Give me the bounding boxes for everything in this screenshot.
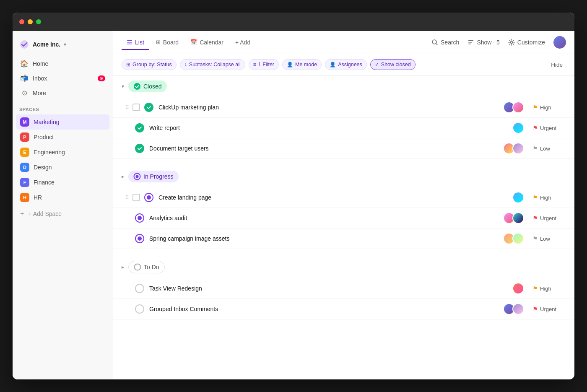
task-status-todo — [135, 304, 144, 314]
more-icon: ⊙ — [20, 89, 29, 97]
search-button[interactable]: Search — [431, 39, 459, 46]
task-row[interactable]: Write report ⚑ Urgent — [113, 118, 574, 138]
sidebar-item-hr[interactable]: H HR — [16, 190, 109, 205]
toolbar-chip-me-mode[interactable]: 👤Me mode — [282, 59, 322, 70]
toolbar-chip-filter[interactable]: ≡1 Filter — [249, 59, 279, 70]
task-row[interactable]: Task View Redesign ⚑ High — [113, 278, 574, 299]
task-priority: ⚑ High — [532, 285, 566, 292]
tab-calendar[interactable]: 📅 Calendar — [185, 36, 229, 50]
tab-label-list: List — [135, 39, 144, 46]
sidebar-item-inbox[interactable]: 📬 Inbox 9 — [16, 71, 109, 86]
priority-label: Urgent — [540, 306, 556, 312]
inprogress-status-icon — [133, 173, 141, 180]
toolbar-chip-subtasks[interactable]: ↕Subtasks: Collapse all — [180, 59, 245, 70]
avatar — [512, 283, 524, 294]
task-avatars — [503, 233, 524, 244]
show-button[interactable]: Show · 5 — [468, 39, 499, 46]
task-row[interactable]: Spring campaign image assets ⚑ Low — [113, 228, 574, 249]
customize-button[interactable]: Customize — [508, 39, 545, 46]
priority-flag: ⚑ — [532, 145, 538, 152]
hide-button[interactable]: Hide — [548, 60, 566, 70]
tab-board[interactable]: ⊞ Board — [151, 36, 184, 50]
sidebar-home-label: Home — [33, 60, 48, 67]
traffic-light-red[interactable] — [19, 19, 24, 24]
task-checkbox[interactable] — [132, 104, 140, 111]
calendar-tab-icon: 📅 — [190, 39, 197, 45]
task-avatars — [512, 122, 524, 134]
app-logo — [19, 39, 29, 49]
space-dot-engineering: E — [20, 148, 29, 157]
avatar — [512, 233, 524, 244]
task-status-closed — [144, 103, 153, 112]
task-priority: ⚑ Low — [532, 235, 566, 242]
toolbar-chip-group-by[interactable]: ⊞Group by: Status — [122, 59, 177, 70]
task-check-icon[interactable] — [135, 234, 144, 243]
traffic-light-yellow[interactable] — [28, 19, 33, 24]
add-space-button[interactable]: + + Add Space — [13, 207, 113, 221]
sidebar-item-finance[interactable]: F Finance — [16, 175, 109, 190]
group-toggle-todo: ▸ — [122, 264, 124, 270]
task-check-icon[interactable] — [135, 123, 144, 132]
sidebar-item-more[interactable]: ⊙ More — [16, 86, 109, 100]
task-check-icon[interactable] — [144, 193, 153, 202]
task-status-closed — [135, 144, 144, 153]
workspace-header[interactable]: Acme Inc. ▾ — [13, 36, 113, 56]
task-check-icon[interactable] — [135, 213, 144, 223]
tab-list[interactable]: List — [122, 36, 149, 50]
task-check-icon[interactable] — [135, 304, 144, 314]
task-name: Create landing page — [158, 194, 512, 201]
priority-label: Low — [540, 145, 550, 152]
tabs-container: List ⊞ Board 📅 Calendar + Add — [122, 36, 255, 49]
task-avatars — [503, 101, 524, 113]
toolbar-chip-show-closed[interactable]: ✓Show closed — [370, 59, 416, 70]
priority-flag: ⚑ — [532, 194, 538, 201]
toolbar: ⊞Group by: Status↕Subtasks: Collapse all… — [113, 54, 574, 75]
task-checkbox[interactable] — [132, 194, 140, 201]
task-row[interactable]: Grouped Inbox Comments ⚑ Urgent — [113, 299, 574, 319]
group-header-closed[interactable]: ▾ Closed — [113, 75, 574, 97]
group-label-closed: Closed — [143, 83, 162, 90]
space-dot-finance: F — [20, 178, 29, 187]
task-check-icon[interactable] — [144, 103, 153, 112]
sidebar-item-product[interactable]: P Product — [16, 130, 109, 145]
inbox-icon: 📬 — [20, 74, 29, 82]
tab-add[interactable]: + Add — [230, 36, 255, 50]
task-row[interactable]: ⠿ Create landing page ⚑ High — [113, 187, 574, 208]
priority-label: High — [540, 195, 551, 201]
task-check-icon[interactable] — [135, 144, 144, 153]
task-name: Grouped Inbox Comments — [149, 306, 503, 312]
traffic-light-green[interactable] — [36, 19, 41, 24]
priority-label: Urgent — [540, 125, 556, 131]
avatar — [512, 122, 524, 134]
task-priority: ⚑ High — [532, 104, 566, 111]
task-row[interactable]: Analytics audit ⚑ Urgent — [113, 208, 574, 228]
group-badge-todo: To Do — [128, 261, 165, 273]
space-label-marketing: Marketing — [34, 119, 59, 125]
task-row[interactable]: Document target users ⚑ Low — [113, 138, 574, 159]
sidebar-item-home[interactable]: 🏠 Home — [16, 56, 109, 71]
group-label-inprogress: In Progress — [143, 173, 174, 180]
priority-label: Urgent — [540, 215, 556, 221]
group-header-todo[interactable]: ▸ To Do — [113, 256, 574, 278]
sidebar-item-marketing[interactable]: M Marketing — [16, 114, 109, 130]
workspace-name: Acme Inc. — [33, 41, 60, 48]
sidebar-item-engineering[interactable]: E Engineering — [16, 145, 109, 160]
main-content: ▾ Closed ⠿ ClickUp marketing plan ⚑ High… — [113, 75, 574, 379]
user-avatar[interactable] — [553, 36, 566, 49]
priority-flag: ⚑ — [532, 125, 538, 131]
avatar — [512, 101, 524, 113]
group-header-inprogress[interactable]: ▸ In Progress — [113, 166, 574, 187]
task-status-inprogress — [144, 193, 153, 202]
space-label-engineering: Engineering — [34, 149, 65, 156]
sidebar-item-design[interactable]: D Design — [16, 160, 109, 175]
task-row[interactable]: ⠿ ClickUp marketing plan ⚑ High — [113, 97, 574, 118]
svg-rect-5 — [468, 40, 473, 41]
header-actions: Search Show · 5 — [431, 31, 566, 54]
space-dot-hr: H — [20, 193, 29, 202]
chip-icon-group-by: ⊞ — [126, 62, 130, 67]
toolbar-chip-assignees[interactable]: 👤Assignees — [325, 59, 367, 70]
group-spacer — [113, 319, 574, 326]
task-check-icon[interactable] — [135, 284, 144, 293]
task-avatars — [503, 303, 524, 315]
task-priority: ⚑ Low — [532, 145, 566, 152]
